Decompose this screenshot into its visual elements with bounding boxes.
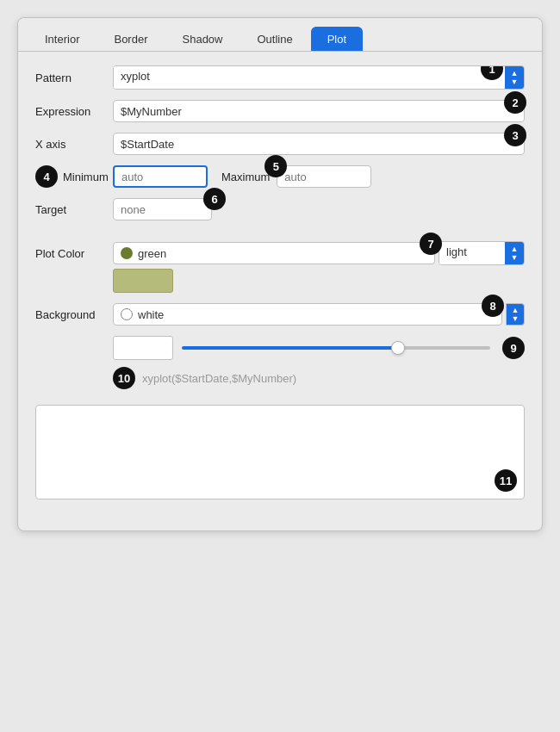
stepper-up-arrow: ▲	[511, 70, 519, 78]
expression-row: Expression 2	[35, 100, 525, 122]
bg-stepper[interactable]: ▲ ▼	[506, 303, 525, 326]
background-badge: 8	[482, 295, 504, 317]
formula-text: xyplot($StartDate,$MyNumber)	[142, 372, 296, 385]
pattern-control: xyplot 1 ▲ ▼	[113, 65, 525, 90]
expression-badge: 2	[504, 91, 526, 114]
swatch-rect	[113, 269, 173, 293]
target-row: Target 6	[35, 198, 525, 220]
plot-color-badge: 7	[420, 233, 442, 255]
tab-border[interactable]: Border	[97, 27, 164, 51]
tab-outline[interactable]: Outline	[240, 27, 308, 51]
color-preview-swatch	[113, 269, 525, 293]
xaxis-input[interactable]	[113, 133, 525, 155]
color-name: green	[138, 247, 166, 260]
content-area: Pattern xyplot 1 ▲ ▼ Expression 2	[18, 52, 542, 513]
tab-bar: Interior Border Shadow Outline Plot	[18, 18, 542, 52]
xaxis-badge: 3	[504, 124, 526, 146]
plot-color-label: Plot Color	[35, 247, 113, 260]
expression-input[interactable]	[113, 100, 525, 122]
xaxis-label: X axis	[35, 138, 113, 151]
tab-interior[interactable]: Interior	[28, 27, 96, 51]
background-label: Background	[35, 308, 113, 321]
background-control: white 8 ▲ ▼	[113, 303, 525, 326]
target-label: Target	[35, 203, 113, 216]
background-row: Background white 8 ▲ ▼	[35, 303, 525, 326]
bg-down-arrow: ▼	[512, 315, 520, 323]
pattern-row: Pattern xyplot 1 ▲ ▼	[35, 65, 525, 90]
minimum-label: 4 Minimum	[35, 165, 113, 188]
maximum-label: Maximum	[221, 171, 270, 183]
slider-thumb[interactable]	[391, 341, 405, 355]
target-badge: 6	[203, 188, 226, 210]
xaxis-control: 3	[113, 133, 525, 155]
tab-shadow[interactable]: Shadow	[166, 27, 240, 51]
plot-color-row: Plot Color green 7 light ▲ ▼	[35, 241, 525, 265]
radio-circle	[121, 308, 133, 320]
xaxis-row: X axis 3	[35, 133, 525, 155]
pattern-stepper[interactable]: ▲ ▼	[505, 66, 524, 89]
stepper-down-arrow: ▼	[511, 78, 519, 86]
panel: Interior Border Shadow Outline Plot Patt…	[17, 17, 543, 531]
preview-box: 11	[35, 405, 525, 499]
expression-control: 2	[113, 100, 525, 122]
maximum-input[interactable]	[277, 165, 371, 188]
preview-badge: 11	[495, 469, 517, 492]
minmax-row: 4 Minimum Maximum 5	[35, 165, 525, 188]
target-input[interactable]	[113, 198, 212, 220]
slider-track-container[interactable]	[182, 346, 490, 350]
pattern-value: xyplot	[114, 66, 505, 89]
formula-row: 10 xyplot($StartDate,$MyNumber)	[113, 367, 525, 389]
formula-badge: 10	[113, 367, 135, 389]
shade-value: light	[439, 242, 505, 264]
bg-selector[interactable]: white	[113, 303, 502, 326]
slider-row: 9	[113, 336, 525, 360]
slider-badge: 9	[502, 337, 525, 359]
minimum-input[interactable]	[113, 165, 208, 188]
minimum-badge: 4	[35, 165, 58, 188]
expression-label: Expression	[35, 105, 113, 118]
plot-color-control: green 7 light ▲ ▼	[113, 241, 525, 265]
shade-select[interactable]: light ▲ ▼	[439, 241, 525, 265]
bg-value: white	[138, 308, 164, 321]
shade-stepper[interactable]: ▲ ▼	[505, 242, 524, 264]
color-dot	[121, 247, 133, 259]
plot-color-selector[interactable]: green	[113, 242, 435, 264]
tab-plot[interactable]: Plot	[311, 27, 363, 51]
shade-up-arrow: ▲	[511, 245, 519, 253]
pattern-label: Pattern	[35, 71, 113, 84]
pattern-select[interactable]: xyplot 1 ▲ ▼	[113, 65, 525, 90]
slider-track	[182, 346, 490, 350]
shade-down-arrow: ▼	[511, 254, 519, 262]
bg-up-arrow: ▲	[512, 307, 520, 314]
slider-preview	[113, 336, 173, 360]
